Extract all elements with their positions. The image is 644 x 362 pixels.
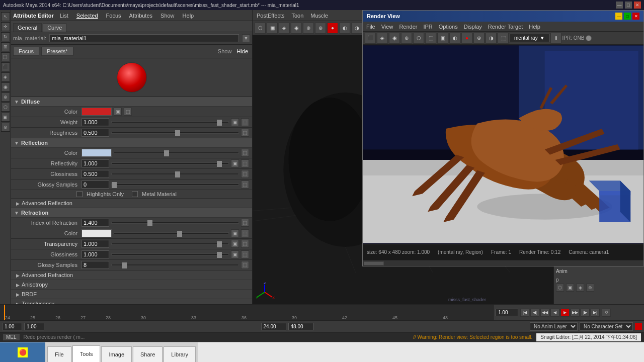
hide-btn[interactable]: Hide [234, 48, 250, 55]
step-fwd-btn[interactable]: |▶ [581, 309, 590, 317]
snagit-tab-image[interactable]: Image [101, 346, 132, 363]
vp-btn9[interactable]: ◑ [351, 23, 362, 34]
refl-color-thumb[interactable] [164, 150, 169, 156]
rv-menu-help[interactable]: Help [527, 23, 542, 31]
refr-glossiness-slider[interactable] [111, 253, 229, 255]
vp-btn4[interactable]: ◉ [291, 23, 302, 34]
vp-btn1[interactable]: ⬡ [255, 23, 266, 34]
presets-button[interactable]: Presets* [41, 47, 73, 56]
goto-end-btn[interactable]: ▶| [591, 309, 600, 317]
rv-scroll-thumb[interactable] [364, 261, 384, 265]
refraction-section-header[interactable]: Refraction [11, 208, 252, 218]
rp-icon4[interactable]: ⊕ [586, 284, 594, 292]
prev-key-btn[interactable]: ◀◀ [540, 309, 549, 317]
transparency-icon1[interactable]: ▣ [231, 240, 239, 248]
char-btn[interactable] [635, 323, 642, 330]
goto-start-btn[interactable]: |◀ [520, 309, 529, 317]
post-effects-menu[interactable]: PostEffects [255, 12, 286, 20]
rp-icon3[interactable]: ◈ [576, 284, 584, 292]
reflectivity-icon1[interactable]: ▣ [231, 159, 239, 167]
tool12[interactable]: ⊛ [1, 123, 10, 132]
rp-icon2[interactable]: ▣ [566, 284, 574, 292]
menu-attributes[interactable]: Attributes [127, 12, 154, 20]
diffuse-roughness-icon[interactable]: ⬚ [241, 129, 249, 137]
ior-slider[interactable] [111, 222, 239, 224]
diffuse-weight-field[interactable] [82, 118, 109, 126]
tab-general[interactable]: General [13, 23, 42, 32]
snagit-tab-file[interactable]: File [47, 346, 71, 363]
tool6[interactable]: ⬛ [1, 62, 10, 71]
refl-color-slider[interactable] [114, 152, 239, 154]
menu-selected[interactable]: Selected [74, 12, 100, 20]
char-set-dropdown[interactable]: No Character Set [580, 322, 633, 331]
refr-glossiness-field[interactable] [82, 250, 109, 258]
maximize-btn[interactable]: □ [625, 2, 632, 9]
rv-menu-display[interactable]: Display [462, 23, 484, 31]
metal-material-check[interactable]: Metal Material [132, 191, 177, 197]
current-frame-display[interactable] [261, 323, 286, 330]
rv-tool5[interactable]: ⬡ [413, 33, 424, 44]
diffuse-weight-thumb[interactable] [217, 120, 222, 126]
rv-menu-render[interactable]: Render [397, 23, 419, 31]
rv-tool9[interactable]: ● [461, 33, 472, 44]
rv-title-bar[interactable]: Render View — □ ✕ [363, 11, 643, 22]
reflectivity-field[interactable] [82, 159, 109, 167]
rotate-tool[interactable]: ↻ [1, 32, 10, 41]
diffuse-weight-icon1[interactable]: ▣ [231, 118, 239, 126]
refr-color-swatch[interactable] [82, 229, 112, 237]
tool8[interactable]: ◉ [1, 82, 10, 92]
refr-color-slider[interactable] [114, 232, 229, 234]
rv-tool10[interactable]: ⊛ [473, 33, 485, 44]
translucency-header[interactable]: Translucency [11, 299, 252, 304]
glossy-samples-icon[interactable]: ⬚ [241, 180, 249, 189]
rv-tool1[interactable]: ⬛ [365, 33, 376, 44]
material-name-input[interactable] [49, 34, 239, 42]
tool9[interactable]: ⊕ [1, 93, 10, 102]
select-tool[interactable]: ↖ [1, 12, 10, 21]
glossiness-icon[interactable]: ⬚ [241, 170, 249, 178]
rv-menu-options[interactable]: Options [437, 23, 459, 31]
focus-button[interactable]: Focus [13, 47, 39, 56]
adv-refraction-header[interactable]: Advanced Refraction [11, 270, 252, 280]
vp-btn5[interactable]: ⊕ [303, 23, 314, 34]
play-back-btn[interactable]: ◀ [550, 309, 559, 317]
loop-btn[interactable]: ↺ [602, 309, 611, 317]
rv-menu-file[interactable]: File [365, 23, 377, 31]
menu-focus[interactable]: Focus [104, 12, 123, 20]
adv-reflection-header[interactable]: Advanced Reflection [11, 199, 252, 208]
move-tool[interactable]: ✛ [1, 22, 10, 31]
reflectivity-icon2[interactable]: ⬚ [241, 159, 249, 167]
glossiness-field[interactable] [82, 170, 109, 178]
menu-help[interactable]: Help [181, 12, 196, 20]
ior-thumb[interactable] [147, 220, 152, 226]
diffuse-roughness-thumb[interactable] [175, 130, 180, 136]
glossiness-slider[interactable] [111, 173, 239, 175]
glossiness-thumb[interactable] [175, 171, 180, 177]
toon-menu[interactable]: Toon [289, 12, 305, 20]
muscle-menu[interactable]: Muscle [308, 12, 330, 20]
refr-glossiness-icon1[interactable]: ▣ [231, 250, 239, 258]
refl-color-icon[interactable]: ⬚ [241, 149, 249, 157]
diffuse-weight-icon2[interactable]: ⬚ [241, 118, 249, 126]
glossy-samples-slider[interactable] [111, 184, 239, 186]
rv-tool11[interactable]: ◑ [486, 33, 497, 44]
start-frame-field[interactable] [2, 323, 22, 330]
refr-glossy-samples-field[interactable] [82, 261, 109, 269]
diffuse-roughness-slider[interactable] [111, 132, 239, 134]
tool10[interactable]: ⬡ [1, 103, 10, 112]
vp-btn2[interactable]: ▣ [267, 23, 278, 34]
end-frame-field[interactable] [24, 323, 44, 330]
rv-tool2[interactable]: ◈ [377, 33, 388, 44]
refr-glossiness-thumb[interactable] [217, 252, 222, 258]
diffuse-color-swatch[interactable] [82, 108, 112, 116]
attr-scroll-area[interactable]: Diffuse Color ▣ ⬚ Weight [11, 97, 252, 304]
refr-glossy-samples-slider[interactable] [111, 264, 239, 266]
rv-maximize[interactable]: □ [624, 13, 631, 20]
diffuse-weight-slider[interactable] [111, 121, 229, 123]
tool11[interactable]: ▣ [1, 113, 10, 122]
close-btn[interactable]: ✕ [634, 2, 641, 9]
metal-checkbox[interactable] [132, 191, 138, 197]
refr-glossy-samples-icon[interactable]: ⬚ [241, 261, 249, 269]
renderer-arrow[interactable]: ▼ [540, 35, 545, 41]
vp-btn7[interactable]: ● [327, 23, 338, 34]
